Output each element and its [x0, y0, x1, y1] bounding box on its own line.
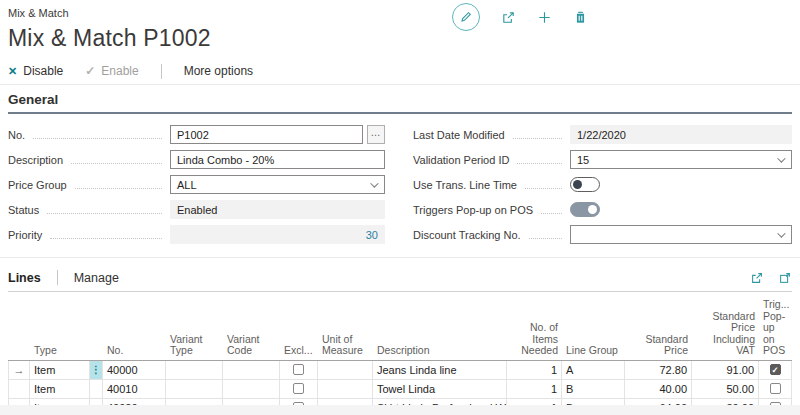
cell-variant-code[interactable] [223, 380, 280, 398]
lines-table-header: Type No. Variant Type Variant Code Excl.… [8, 297, 792, 361]
cell-type[interactable]: Item [30, 380, 90, 398]
no-input[interactable]: P1002 [170, 125, 363, 144]
cell-unit-of-measure[interactable] [318, 380, 373, 398]
priority-value-link[interactable]: 30 [366, 229, 378, 241]
current-row-arrow [8, 361, 30, 379]
col-type[interactable]: Type [30, 343, 90, 360]
cell-items-needed[interactable]: 1 [507, 380, 562, 398]
page-title: Mix & Match P1002 [8, 25, 211, 52]
discount-tracking-select[interactable] [570, 225, 792, 244]
cell-items-needed[interactable]: 1 [507, 361, 562, 379]
dotted-leader [517, 155, 562, 164]
tab-divider [57, 270, 58, 285]
tab-manage[interactable]: Manage [74, 271, 119, 285]
cell-variant-code[interactable] [223, 361, 280, 379]
more-options-button[interactable]: More options [184, 64, 253, 78]
cell-line-group[interactable]: B [562, 380, 625, 398]
discount-tracking-label: Discount Tracking No. [413, 229, 521, 241]
new-button[interactable] [537, 10, 552, 25]
description-input[interactable]: Linda Combo - 20% [170, 150, 385, 169]
general-section: General No. P1002 Description Linda Comb… [8, 92, 792, 247]
field-price-group: Price Group ALL [8, 172, 385, 197]
description-label: Description [8, 154, 63, 166]
share-button[interactable] [501, 10, 516, 25]
priority-field: 30 [170, 225, 385, 244]
disable-label: Disable [23, 64, 63, 78]
col-variant-code[interactable]: Variant Code [223, 332, 280, 360]
tab-lines[interactable]: Lines [8, 271, 41, 285]
enable-label: Enable [101, 64, 138, 78]
cell-unit-of-measure[interactable] [318, 361, 373, 379]
col-no[interactable]: No. [103, 343, 166, 360]
exclude-checkbox[interactable] [293, 383, 304, 394]
assist-edit-button[interactable] [367, 125, 385, 144]
validation-period-select[interactable]: 15 [570, 150, 792, 169]
priority-label: Priority [8, 229, 42, 241]
col-unit-of-measure[interactable]: Unit of Measure [318, 332, 373, 360]
share-lines-icon[interactable] [750, 271, 764, 285]
cell-standard-price[interactable]: 72.80 [625, 361, 692, 379]
triggers-popup-label: Triggers Pop-up on POS [413, 204, 533, 216]
col-description[interactable]: Description [373, 343, 507, 360]
field-last-date-modified: Last Date Modified 1/22/2020 [413, 122, 792, 147]
trigger-popup-checkbox[interactable] [770, 383, 781, 394]
general-heading: General [8, 92, 792, 114]
col-items-needed[interactable]: No. of Items Needed [507, 320, 562, 360]
triggers-popup-toggle[interactable] [570, 202, 600, 217]
use-trans-line-time-label: Use Trans. Line Time [413, 179, 517, 191]
open-in-window-icon[interactable] [778, 271, 792, 285]
col-exclude[interactable]: Excl... [280, 343, 318, 360]
more-options-label: More options [184, 64, 253, 78]
cell-no[interactable]: 40010 [103, 380, 166, 398]
cell-description[interactable]: Towel Linda [373, 380, 507, 398]
col-line-group[interactable]: Line Group [562, 343, 625, 360]
cell-description[interactable]: Jeans Linda line [373, 361, 507, 379]
cell-no[interactable]: 40000 [103, 361, 166, 379]
col-trigger-popup[interactable]: Trig... Pop-up on POS [759, 297, 792, 360]
dotted-leader [50, 230, 162, 239]
cell-standard-price-vat[interactable]: 91.00 [692, 361, 759, 379]
chevron-down-icon [370, 179, 378, 187]
status-label: Status [8, 204, 39, 216]
trash-icon [573, 10, 588, 25]
field-status: Status Enabled [8, 197, 385, 222]
field-use-trans-line-time: Use Trans. Line Time [413, 172, 792, 197]
lines-tab-bar: Lines Manage [8, 264, 792, 292]
disable-button[interactable]: Disable [8, 64, 63, 78]
col-standard-price[interactable]: Standard Price [625, 332, 692, 360]
pencil-icon [459, 10, 473, 24]
enable-button[interactable]: Enable [85, 64, 138, 78]
cell-type[interactable]: Item [30, 361, 90, 379]
cell-variant-type[interactable] [166, 361, 223, 379]
action-bar: Disable Enable More options [8, 61, 275, 81]
cell-standard-price[interactable]: 40.00 [625, 380, 692, 398]
trigger-popup-checkbox[interactable] [770, 364, 781, 375]
row-menu-icon[interactable] [90, 380, 103, 398]
delete-button[interactable] [573, 10, 588, 25]
field-validation-period: Validation Period ID 15 [413, 147, 792, 172]
use-trans-line-time-toggle[interactable] [570, 177, 600, 192]
page-action-icons [452, 3, 588, 31]
col-standard-price-vat[interactable]: Standard Price Including VAT [692, 309, 759, 360]
action-divider [161, 64, 162, 79]
exclude-checkbox[interactable] [293, 364, 304, 375]
dotted-leader [75, 180, 162, 189]
cell-line-group[interactable]: A [562, 361, 625, 379]
col-variant-type[interactable]: Variant Type [166, 332, 223, 360]
no-label: No. [8, 129, 25, 141]
breadcrumb[interactable]: Mix & Match [8, 7, 69, 19]
cell-variant-type[interactable] [166, 380, 223, 398]
price-group-select[interactable]: ALL [170, 175, 385, 194]
last-date-modified-label: Last Date Modified [413, 129, 505, 141]
chevron-down-icon [777, 154, 785, 162]
lines-table: Type No. Variant Type Variant Code Excl.… [8, 297, 792, 415]
field-description: Description Linda Combo - 20% [8, 147, 385, 172]
cell-standard-price-vat[interactable]: 50.00 [692, 380, 759, 398]
edit-button[interactable] [452, 3, 480, 31]
dotted-leader [513, 130, 562, 139]
field-priority: Priority 30 [8, 222, 385, 247]
row-menu-icon[interactable] [90, 361, 103, 379]
dotted-leader [47, 205, 162, 214]
field-triggers-popup: Triggers Pop-up on POS [413, 197, 792, 222]
table-row: Item 40010 Towel Linda 1 B 40.00 50.00 [8, 380, 792, 399]
